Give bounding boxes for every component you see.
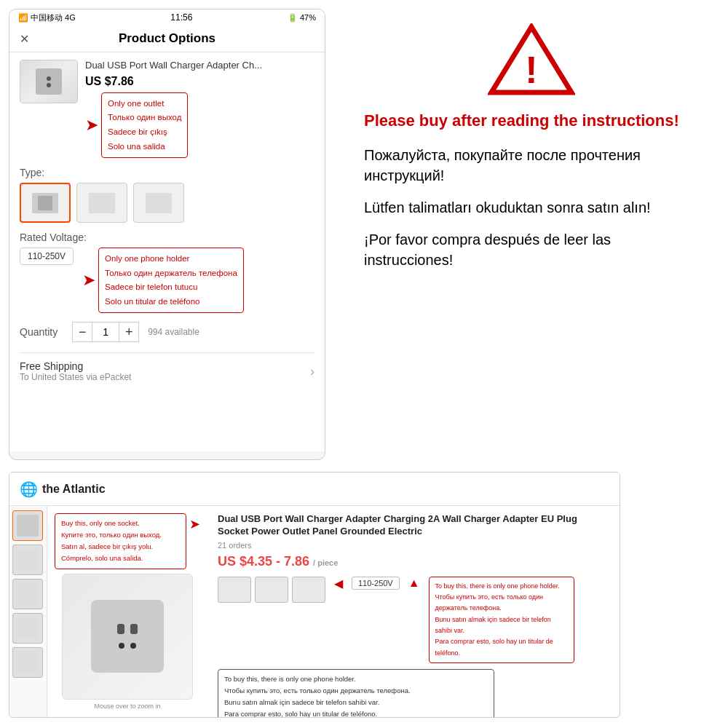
voltage-badge[interactable]: 110-250V xyxy=(20,248,74,265)
chevron-right-icon: › xyxy=(310,364,314,379)
arrow-icon-4: ◀ xyxy=(334,577,343,590)
type-images xyxy=(20,183,314,223)
thumbnail-3[interactable] xyxy=(12,579,43,609)
logo-text: the Atlantic xyxy=(42,483,106,496)
product-thumbnail xyxy=(20,60,78,103)
desktop-orders: 21 orders xyxy=(218,541,609,550)
desktop-screenshot: 🌐 the Atlantic xyxy=(9,472,620,718)
type-option-2[interactable] xyxy=(76,183,127,223)
desktop-header: 🌐 the Atlantic xyxy=(9,472,620,506)
type-option-3[interactable] xyxy=(133,183,184,223)
thumbnail-4[interactable] xyxy=(12,613,43,644)
warning-triangle-icon: ! xyxy=(488,23,575,96)
svg-text:!: ! xyxy=(525,49,537,91)
arrow-icon-2: ➤ xyxy=(82,272,95,288)
desktop-type-images xyxy=(218,577,325,603)
quantity-row: Quantity − 1 + 994 available xyxy=(20,322,314,342)
product-name: Dual USB Port Wall Charger Adapter Ch... xyxy=(85,60,314,72)
status-battery: 🔋 47% xyxy=(288,13,316,23)
mobile-screenshot: 📶 中国移动 4G 11:56 🔋 47% ✕ Product Options … xyxy=(9,9,325,460)
product-info: Dual USB Port Wall Charger Adapter Ch...… xyxy=(85,60,314,158)
product-thumbnails xyxy=(9,506,47,717)
desktop-options-row: ◀ 110-250V ▲ To buy this, there is only … xyxy=(218,577,609,663)
warning-title: Please buy after reading the instruction… xyxy=(364,111,699,132)
shipping-info: Free Shipping To United States via ePack… xyxy=(20,360,131,382)
quantity-plus-button[interactable]: + xyxy=(119,322,139,342)
shipping-subtitle: To United States via ePacket xyxy=(20,372,131,382)
type-option-1[interactable] xyxy=(20,183,71,223)
desktop-type-option-1[interactable] xyxy=(218,577,251,603)
product-row: Dual USB Port Wall Charger Adapter Ch...… xyxy=(20,60,314,158)
site-logo: 🌐 the Atlantic xyxy=(20,480,106,498)
type-label: Type: xyxy=(20,167,314,178)
status-bar: 📶 中国移动 4G 11:56 🔋 47% xyxy=(9,9,325,25)
desktop-type-option-3[interactable] xyxy=(292,577,325,603)
desktop-callout-left: Buy this, only one socket. Купите это, т… xyxy=(55,513,186,569)
mobile-header: ✕ Product Options xyxy=(9,25,325,52)
product-price: US $7.86 xyxy=(85,75,314,88)
quantity-value: 1 xyxy=(92,322,119,342)
warning-text-tr: Lütfen talimatları okuduktan sonra satın… xyxy=(364,197,699,218)
thumbnail-1[interactable] xyxy=(12,510,43,541)
main-image-area: Buy this, only one socket. Купите это, т… xyxy=(47,506,207,717)
right-panel: Dual USB Port Wall Charger Adapter Charg… xyxy=(207,506,620,717)
arrow-icon-5: ▲ xyxy=(408,577,420,590)
warning-text-es: ¡Por favor compra después de leer las in… xyxy=(364,229,699,270)
desktop-voltage[interactable]: 110-250V xyxy=(352,577,400,590)
mobile-body: Dual USB Port Wall Charger Adapter Ch...… xyxy=(9,52,325,451)
close-icon[interactable]: ✕ xyxy=(20,32,29,46)
voltage-row: 110-250V ➤ Only one phone holder Только … xyxy=(20,248,314,313)
callout-box-2: Only one phone holder Только один держат… xyxy=(98,248,244,313)
logo-icon: 🌐 xyxy=(20,480,38,498)
warning-text-ru: Пожалуйста, покупайте после прочтения ин… xyxy=(364,145,699,186)
desktop-product-title: Dual USB Port Wall Charger Adapter Charg… xyxy=(218,513,609,538)
callout-box-1: Only one outlet Только один выход Sadece… xyxy=(101,92,188,158)
desktop-callout-bottom: To buy this, there is only one phone hol… xyxy=(218,669,494,717)
thumbnail-5[interactable] xyxy=(12,647,43,678)
arrow-icon-1: ➤ xyxy=(85,117,98,133)
page-title: Product Options xyxy=(119,31,215,46)
desktop-body: Buy this, only one socket. Купите это, т… xyxy=(9,506,620,717)
voltage-label: Rated Voltage: xyxy=(20,232,314,243)
shipping-row[interactable]: Free Shipping To United States via ePack… xyxy=(20,352,314,382)
quantity-available: 994 available xyxy=(148,327,199,337)
thumbnail-2[interactable] xyxy=(12,545,43,575)
desktop-callout-right: To buy this, there is only one phone hol… xyxy=(429,577,574,663)
zoom-text: Mouse over to zoom in xyxy=(94,703,160,710)
main-product-image xyxy=(62,574,193,700)
desktop-price: US $4.35 - 7.86 / piece xyxy=(218,554,609,569)
status-time: 11:56 xyxy=(170,12,192,23)
shipping-title: Free Shipping xyxy=(20,360,131,372)
status-signal: 📶 中国移动 4G xyxy=(18,12,76,23)
desktop-type-option-2[interactable] xyxy=(255,577,288,603)
quantity-label: Quantity xyxy=(20,326,58,338)
warning-panel: ! Please buy after reading the instructi… xyxy=(342,9,721,296)
arrow-icon-3: ➤ xyxy=(189,516,200,532)
quantity-minus-button[interactable]: − xyxy=(72,322,92,342)
